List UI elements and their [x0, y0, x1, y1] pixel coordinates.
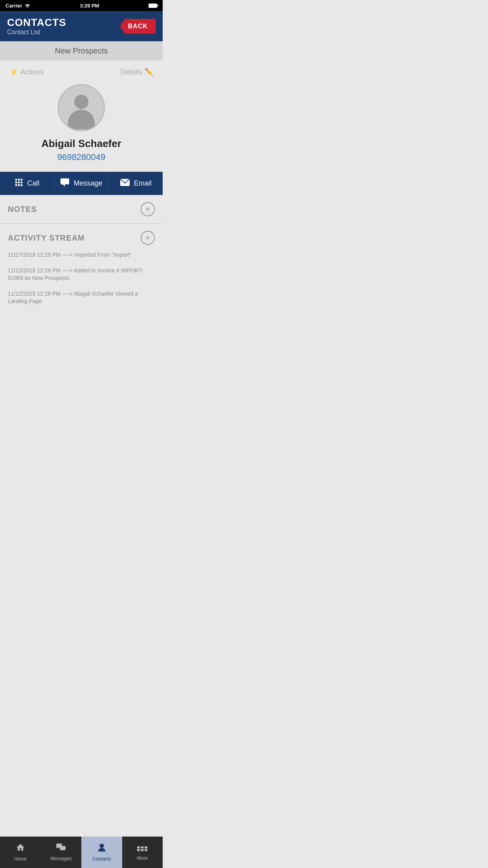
svg-marker-10: [63, 184, 65, 187]
svg-rect-6: [15, 184, 17, 186]
profile-area: Abigail Schaefer 9698280049: [0, 80, 163, 172]
add-note-button[interactable]: +: [141, 202, 155, 216]
activity-item-2: 11/12/2015 12:29 PM ----> Added to Invoi…: [8, 267, 155, 282]
activity-item-1: 11/27/2019 12:19 PM ----> Imported From …: [8, 251, 155, 259]
header-titles: CONTACTS Contact List: [7, 17, 66, 36]
back-button[interactable]: BACK: [120, 19, 156, 34]
activity-header-row: ACTIVITY STREAM +: [8, 231, 155, 245]
notes-label: NOTES: [8, 205, 37, 214]
svg-rect-2: [21, 179, 23, 181]
contact-name: Abigail Schaefer: [41, 138, 121, 150]
add-activity-button[interactable]: +: [141, 231, 155, 245]
actions-button[interactable]: ⚡ Actions: [9, 68, 44, 76]
svg-rect-7: [18, 184, 20, 186]
app-subtitle: Contact List: [7, 29, 66, 36]
app-header: CONTACTS Contact List BACK: [0, 11, 163, 41]
notes-section: NOTES +: [0, 195, 163, 224]
message-label: Message: [73, 179, 102, 188]
section-header: New Prospects: [0, 41, 163, 61]
actions-details-row: ⚡ Actions Details ✏️: [0, 61, 163, 80]
carrier-label: Carrier: [6, 3, 22, 9]
email-label: Email: [134, 179, 152, 188]
contact-phone[interactable]: 9698280049: [57, 152, 105, 162]
message-icon: [60, 178, 70, 189]
activity-stream-section: ACTIVITY STREAM + 11/27/2019 12:19 PM --…: [0, 224, 163, 317]
avatar: [58, 84, 105, 131]
status-time: 3:29 PM: [31, 3, 149, 9]
wifi-icon: [24, 3, 31, 9]
app-title: CONTACTS: [7, 17, 66, 29]
details-label: Details: [121, 68, 142, 76]
svg-rect-8: [21, 184, 23, 186]
battery-icon: [149, 4, 157, 8]
svg-rect-1: [18, 179, 20, 181]
status-bar: Carrier 3:29 PM: [0, 0, 163, 11]
message-button[interactable]: Message: [54, 172, 108, 195]
pencil-icon: ✏️: [145, 68, 153, 76]
action-buttons-row: Call Message Email: [0, 172, 163, 195]
call-button[interactable]: Call: [0, 172, 54, 195]
call-icon: [15, 178, 23, 189]
activity-item-3: 11/12/2015 12:29 PM ----> Abigail Schaef…: [8, 290, 155, 305]
email-icon: [120, 178, 130, 188]
details-button[interactable]: Details ✏️: [121, 68, 153, 76]
lightning-icon: ⚡: [9, 68, 18, 76]
call-label: Call: [27, 179, 39, 188]
svg-rect-5: [21, 182, 23, 184]
svg-rect-3: [15, 182, 17, 184]
activity-label: ACTIVITY STREAM: [8, 234, 85, 243]
svg-rect-9: [61, 178, 69, 184]
svg-rect-4: [18, 182, 20, 184]
actions-label: Actions: [20, 68, 44, 76]
svg-rect-0: [15, 179, 17, 181]
email-button[interactable]: Email: [109, 172, 163, 195]
